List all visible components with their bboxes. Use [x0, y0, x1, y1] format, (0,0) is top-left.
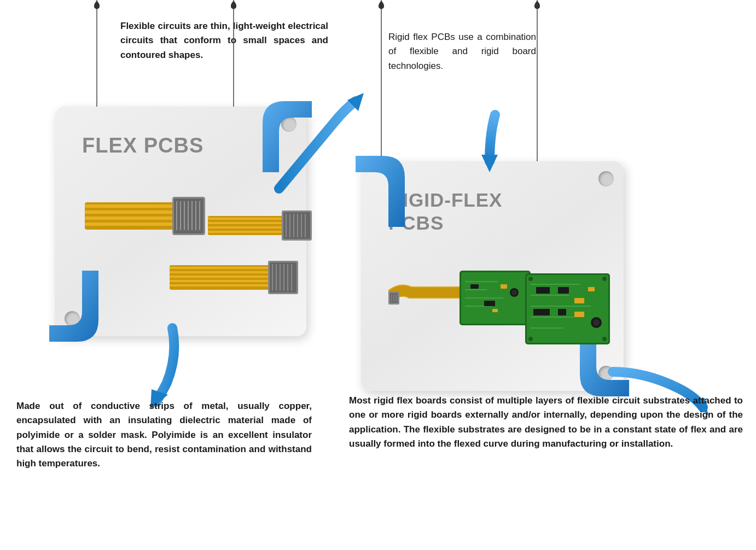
svg-rect-59	[492, 309, 498, 312]
thread-flex-right	[232, 0, 235, 120]
svg-point-77	[593, 319, 600, 326]
rigid-description-top: Rigid flex PCBs use a combination of fle…	[388, 30, 536, 73]
svg-point-81	[602, 337, 607, 341]
svg-rect-36	[170, 284, 271, 286]
svg-rect-71	[533, 309, 550, 315]
svg-point-61	[511, 290, 517, 295]
svg-rect-72	[558, 309, 566, 315]
svg-rect-32	[170, 267, 271, 269]
svg-rect-7	[85, 217, 178, 220]
svg-rect-75	[588, 287, 595, 291]
svg-rect-38	[270, 262, 296, 292]
bracket-flex-bl	[49, 271, 120, 342]
svg-rect-73	[574, 298, 584, 303]
svg-point-79	[602, 277, 607, 281]
svg-rect-69	[536, 287, 550, 294]
hole-rigid-tr	[598, 171, 614, 186]
svg-rect-19	[208, 218, 284, 220]
svg-point-80	[528, 337, 533, 341]
svg-rect-56	[470, 284, 479, 289]
flex-pcb-ribbon-narrow	[208, 210, 315, 241]
svg-rect-57	[484, 301, 495, 306]
flex-description-bottom: Made out of conductive strips of metal, …	[16, 399, 312, 471]
knot-rigid-right	[531, 0, 544, 16]
svg-rect-21	[208, 226, 284, 229]
svg-rect-20	[208, 222, 284, 224]
flex-card-title: FLEX PCBs	[82, 134, 203, 157]
svg-rect-35	[170, 280, 271, 282]
svg-rect-5	[85, 204, 178, 208]
svg-rect-22	[208, 231, 284, 233]
flex-pcb-ribbon-wide	[170, 260, 301, 295]
rigid-pcb-board-2	[525, 273, 610, 344]
thread-rigid-right	[536, 0, 538, 169]
thread-flex-left	[96, 0, 98, 120]
svg-rect-34	[170, 276, 271, 278]
svg-rect-70	[558, 287, 569, 294]
svg-rect-24	[283, 212, 310, 239]
flex-pcb-ribbon-large	[85, 191, 211, 241]
svg-rect-33	[170, 271, 271, 273]
knot-rigid-left	[375, 0, 388, 16]
arrow-flex-bottom	[129, 323, 216, 410]
rigid-pcb-board-1	[460, 271, 531, 325]
arrow-rigid-top	[460, 107, 531, 178]
svg-rect-6	[85, 210, 178, 214]
knot-flex-left	[90, 0, 103, 16]
rigid-description-bottom: Most rigid flex boards consist of multip…	[349, 394, 743, 451]
svg-rect-74	[574, 312, 584, 317]
thread-rigid-left	[380, 0, 382, 169]
knot-flex-right	[227, 0, 240, 16]
arrow-flex-top-right	[263, 90, 372, 200]
svg-point-78	[528, 277, 533, 281]
flex-description-top: Flexible circuits are thin, light-weight…	[120, 19, 328, 62]
rigid-pcb-card: RIGID-FLEXPCBs	[361, 161, 624, 391]
svg-rect-8	[85, 223, 178, 226]
svg-rect-58	[501, 284, 507, 289]
svg-marker-83	[481, 155, 498, 172]
